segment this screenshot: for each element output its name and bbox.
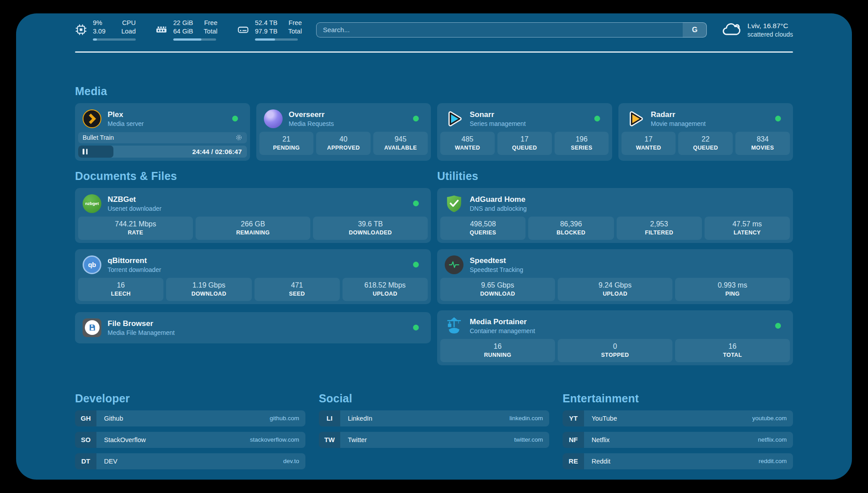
bookmark-abbr: LI — [319, 410, 340, 426]
bookmark-url: github.com — [270, 415, 305, 422]
playback-progress-fill — [78, 146, 113, 158]
app-subtitle: Speedtest Tracking — [470, 266, 523, 273]
storage-progress-bar — [255, 38, 298, 41]
app-subtitle: Container management — [470, 327, 535, 334]
app-card-plex[interactable]: Plex Media server Bullet Train — [75, 103, 250, 161]
bookmark-url: youtube.com — [752, 415, 793, 422]
cpu-progress-bar — [93, 38, 136, 41]
stat-available: 945AVAILABLE — [373, 132, 428, 155]
app-card-speedtest[interactable]: Speedtest Speedtest Tracking 9.65 GbpsDO… — [437, 249, 793, 304]
search-input[interactable] — [316, 22, 707, 38]
section-title-social: Social — [319, 392, 549, 405]
memory-progress-bar — [173, 38, 216, 41]
app-title: Media Portainer — [470, 318, 535, 326]
app-title: NZBGet — [108, 195, 162, 204]
status-dot — [413, 262, 419, 267]
filebrowser-icon — [83, 318, 101, 337]
storage-free-label: Free — [288, 19, 302, 27]
nzbget-icon: nzbget — [83, 194, 101, 213]
bookmark-name: Reddit — [584, 458, 610, 465]
app-title: Sonarr — [470, 110, 526, 119]
stat-movies: 834MOVIES — [735, 132, 790, 155]
adguard-icon — [445, 194, 463, 213]
section-title-developer: Developer — [75, 392, 305, 405]
app-card-filebrowser[interactable]: File Browser Media File Management — [75, 312, 431, 343]
app-card-adguard[interactable]: AdGuard Home DNS and adblocking 498,508Q… — [437, 188, 793, 243]
bookmark-reddit[interactable]: RE Reddit reddit.com — [563, 453, 793, 469]
app-card-nzbget[interactable]: nzbget NZBGet Usenet downloader 744.21 M… — [75, 188, 431, 243]
pause-icon[interactable] — [83, 149, 88, 155]
bookmark-name: YouTube — [584, 415, 617, 422]
memory-free-label: Free — [204, 19, 217, 27]
cpu-load-value: 3.09 — [93, 27, 108, 36]
stat-pending: 21PENDING — [259, 132, 314, 155]
storage-free-value: 52.4 TB — [255, 19, 278, 27]
radarr-icon — [626, 109, 645, 128]
section-entertainment: Entertainment YT YouTube youtube.com NF … — [563, 392, 793, 475]
search-engine-button[interactable]: G — [683, 22, 707, 38]
bookmark-github[interactable]: GH Github github.com — [75, 410, 305, 426]
app-subtitle: Media server — [108, 120, 144, 127]
bookmark-abbr: SO — [75, 432, 96, 448]
app-subtitle: Series management — [470, 120, 526, 127]
stat-total: 16TOTAL — [675, 339, 790, 362]
app-subtitle: Torrent downloader — [108, 266, 161, 273]
status-dot — [775, 116, 781, 121]
plex-icon — [83, 109, 101, 128]
storage-icon — [237, 24, 249, 36]
stat-queued: 17QUEUED — [497, 132, 552, 155]
playback-time: 24:44 / 02:06:47 — [192, 146, 242, 158]
section-media: Media Plex Media server Bullet Train — [75, 85, 793, 161]
section-title-documents: Documents & Files — [75, 170, 431, 183]
section-title-media: Media — [75, 85, 793, 98]
app-card-overseerr[interactable]: Overseerr Media Requests 21PENDING 40APP… — [256, 103, 431, 161]
app-card-sonarr[interactable]: Sonarr Series management 485WANTED 17QUE… — [437, 103, 612, 161]
app-title: File Browser — [108, 319, 175, 328]
app-subtitle: Usenet downloader — [108, 205, 162, 212]
weather-condition: scattered clouds — [747, 31, 793, 38]
bookmark-twitter[interactable]: TW Twitter twitter.com — [319, 432, 549, 448]
app-subtitle: Media Requests — [289, 120, 334, 127]
dashboard-page: 9% CPU 3.09 Load 22 GiB Free 64 G — [16, 13, 852, 480]
bookmark-abbr: RE — [563, 453, 584, 469]
settings-icon[interactable] — [235, 134, 242, 141]
bookmark-name: DEV — [96, 458, 117, 465]
bookmark-youtube[interactable]: YT YouTube youtube.com — [563, 410, 793, 426]
bookmark-dev[interactable]: DT DEV dev.to — [75, 453, 305, 469]
bookmark-abbr: NF — [563, 432, 584, 448]
app-title: AdGuard Home — [470, 195, 527, 204]
bookmark-netflix[interactable]: NF Netflix netflix.com — [563, 432, 793, 448]
cpu-usage-value: 9% — [93, 19, 108, 27]
bookmark-stackoverflow[interactable]: SO StackOverflow stackoverflow.com — [75, 432, 305, 448]
overseerr-icon — [264, 109, 283, 128]
memory-free-value: 22 GiB — [173, 19, 193, 27]
status-dot — [775, 323, 781, 329]
memory-total-label: Total — [204, 27, 217, 36]
search-bar: G — [316, 22, 707, 38]
app-card-portainer[interactable]: Media Portainer Container management 16R… — [437, 310, 793, 365]
section-social: Social LI LinkedIn linkedin.com TW Twitt… — [319, 392, 549, 475]
bookmark-name: LinkedIn — [340, 415, 372, 422]
section-utilities: Utilities AdGuard Home DNS and adblockin… — [437, 170, 793, 365]
app-title: Plex — [108, 110, 144, 119]
header-divider — [75, 51, 793, 53]
status-dot — [413, 116, 419, 121]
stat-seed: 471SEED — [255, 278, 340, 301]
stat-filtered: 2,953FILTERED — [617, 217, 702, 240]
memory-stat: 22 GiB Free 64 GiB Total — [155, 19, 217, 41]
sonarr-icon — [445, 109, 463, 128]
app-card-qbittorrent[interactable]: qb qBittorrent Torrent downloader 16LEEC… — [75, 249, 431, 304]
stat-stopped: 0STOPPED — [558, 339, 672, 362]
app-title: Speedtest — [470, 256, 523, 265]
bookmark-url: netflix.com — [758, 436, 793, 443]
app-title: qBittorrent — [108, 256, 161, 265]
stat-remaining: 266 GBREMAINING — [196, 217, 310, 240]
memory-icon — [155, 24, 167, 36]
storage-total-value: 97.9 TB — [255, 27, 278, 36]
storage-stat: 52.4 TB Free 97.9 TB Total — [237, 19, 302, 41]
app-card-radarr[interactable]: Radarr Movie management 17WANTED 22QUEUE… — [618, 103, 793, 161]
stat-approved: 40APPROVED — [316, 132, 371, 155]
bookmark-linkedin[interactable]: LI LinkedIn linkedin.com — [319, 410, 549, 426]
bookmark-abbr: TW — [319, 432, 340, 448]
bookmark-url: linkedin.com — [509, 415, 549, 422]
